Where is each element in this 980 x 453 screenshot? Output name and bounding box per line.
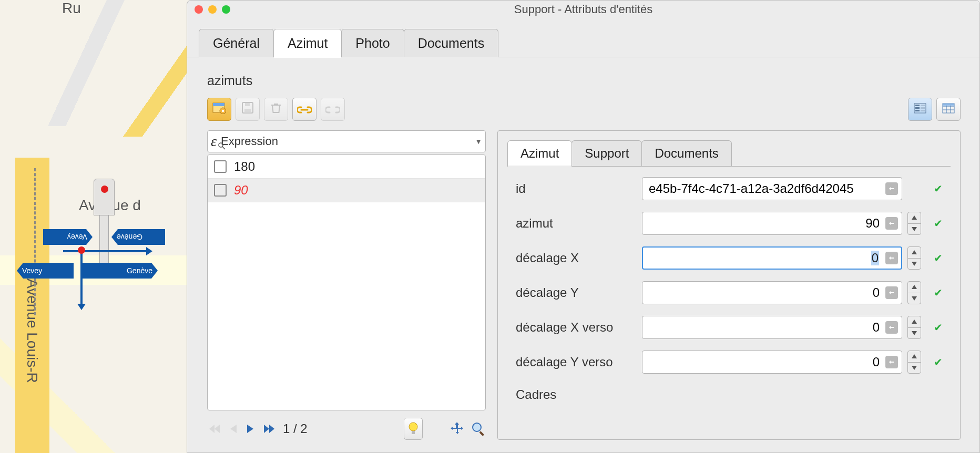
spinbox[interactable] [907,351,921,374]
spinbox[interactable] [907,281,921,304]
form-gear-icon [212,101,226,117]
inner-tab-documents[interactable]: Documents [641,140,731,166]
list-item[interactable]: 180 [208,155,485,179]
svg-rect-12 [921,107,925,109]
pan-to-feature-button[interactable] [450,421,465,436]
expression-label: Expression [221,135,278,148]
window-title: Support - Attributs d'entités [187,3,979,16]
field-input-decalage-y[interactable] [642,281,902,304]
epsilon-icon: ε [211,133,217,150]
svg-rect-13 [921,110,925,111]
form-row-azimut: azimut ✔ [516,212,946,235]
toggle-editing-button[interactable] [207,98,231,121]
svg-rect-10 [915,110,920,111]
svg-rect-25 [479,431,484,436]
spin-up-icon[interactable] [908,316,921,328]
window-close-button[interactable] [195,5,203,14]
last-record-button[interactable] [262,423,277,435]
first-record-button[interactable] [207,423,222,435]
tab-azimut[interactable]: Azimut [273,29,342,57]
zoom-to-feature-button[interactable] [471,421,486,436]
spin-up-icon[interactable] [908,247,921,259]
azimut-list[interactable]: 180 90 [207,155,486,410]
field-input-decalage-x[interactable]: 0 [871,251,879,265]
clear-icon[interactable] [885,217,898,230]
spin-down-icon[interactable] [908,224,921,235]
svg-rect-1 [213,103,224,106]
window-zoom-button[interactable] [222,5,230,14]
clear-icon[interactable] [885,356,898,368]
delete-child-button[interactable] [264,98,288,121]
tab-photo[interactable]: Photo [341,29,404,57]
list-checkbox[interactable] [214,184,227,197]
form-view-icon [914,102,926,117]
list-checkbox[interactable] [214,160,227,173]
arrows-move-icon [450,421,465,436]
field-label-id: id [516,181,637,196]
prev-record-button[interactable] [228,423,239,435]
tab-documents[interactable]: Documents [404,29,498,57]
field-input-azimut[interactable] [642,212,902,235]
inner-tab-azimut[interactable]: Azimut [507,140,572,166]
spin-up-icon[interactable] [908,351,921,363]
spinbox[interactable] [907,316,921,339]
svg-line-21 [222,147,225,149]
split-body: ε Expression ▼ 180 90 [207,130,961,440]
inner-tab-support[interactable]: Support [571,140,642,166]
svg-point-22 [409,423,417,431]
clear-icon[interactable] [885,321,898,334]
spinbox[interactable] [907,212,921,235]
window-minimize-button[interactable] [208,5,217,14]
form-row-id: id ✔ [516,177,946,200]
svg-rect-19 [943,104,954,106]
spin-down-icon[interactable] [908,293,921,304]
sign-geneve: Genève [81,263,158,279]
field-input-id[interactable] [642,177,902,200]
clear-icon[interactable] [885,286,898,299]
svg-rect-9 [915,107,920,109]
sign-vevey-flip: Vevey [43,229,93,245]
tab-general[interactable]: Général [199,29,274,57]
valid-check-icon: ✔ [930,321,946,334]
lightbulb-icon [407,421,419,436]
field-label-decalage-y: décalage Y [516,285,637,300]
form-view-button[interactable] [908,98,932,121]
list-item[interactable]: 90 [208,179,485,202]
spin-down-icon[interactable] [908,328,921,339]
toolbar-row [207,98,961,121]
clear-icon[interactable] [885,182,898,195]
signpost-symbol: Vevey Genève Vevey Genève [11,179,163,310]
spin-up-icon[interactable] [908,212,921,224]
outer-tab-bar: Général Azimut Photo Documents [187,18,979,57]
trash-icon [270,101,282,117]
clear-icon[interactable] [885,252,898,264]
spin-up-icon[interactable] [908,282,921,293]
valid-check-icon: ✔ [930,217,946,230]
field-input-decalage-x-verso[interactable] [642,316,902,339]
map-street-label-ru: Ru [62,0,81,17]
field-input-decalage-y-verso[interactable] [642,351,902,374]
valid-check-icon: ✔ [930,252,946,264]
highlight-feature-button[interactable] [404,418,423,440]
unlink-child-button[interactable] [321,98,345,121]
spin-down-icon[interactable] [908,363,921,374]
form-scroll-area[interactable]: id ✔ azimut [507,167,951,430]
next-record-button[interactable] [245,423,256,435]
save-edits-button[interactable] [236,98,260,121]
svg-point-24 [473,423,481,431]
tab-page-azimut: azimuts [187,57,979,452]
spin-down-icon[interactable] [908,259,921,270]
svg-rect-11 [921,105,925,106]
expression-selector[interactable]: ε Expression ▼ [207,130,486,152]
valid-check-icon: ✔ [930,286,946,299]
inner-tab-bar: Azimut Support Documents [507,140,951,167]
list-item-label: 180 [234,159,255,174]
link-child-button[interactable] [292,98,317,121]
svg-rect-5 [244,109,251,112]
table-view-button[interactable] [936,98,961,121]
spinbox[interactable] [907,246,921,270]
field-label-decalage-x: décalage X [516,251,637,265]
titlebar: Support - Attributs d'entités [187,1,979,18]
svg-rect-8 [915,105,920,106]
page-title: azimuts [207,73,961,88]
